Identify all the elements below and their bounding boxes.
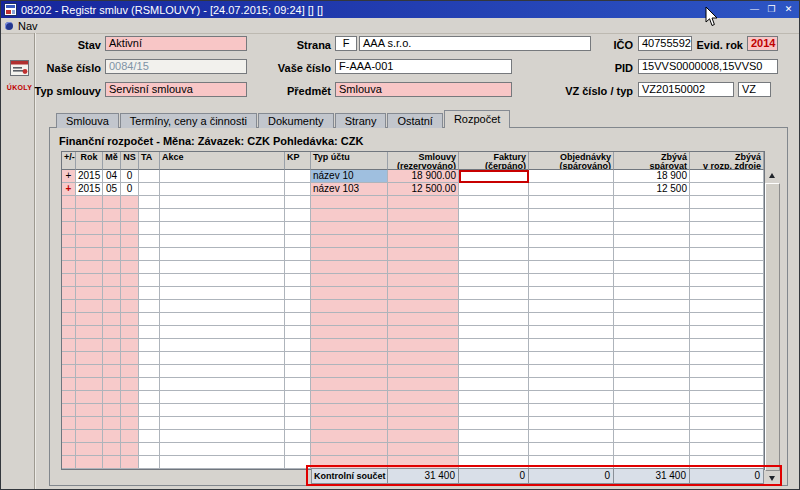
cell-rok[interactable]: 2015 <box>76 183 103 196</box>
cell-faktury[interactable] <box>459 430 529 443</box>
cell-typ[interactable] <box>311 365 388 378</box>
cell-kp[interactable] <box>285 274 311 287</box>
cell-ta[interactable] <box>139 417 160 430</box>
cell-akce[interactable] <box>160 352 285 365</box>
cell-ta[interactable] <box>139 170 160 183</box>
cell-ta[interactable] <box>139 352 160 365</box>
cell-rok[interactable] <box>76 287 103 300</box>
cell-pm[interactable] <box>62 352 76 365</box>
cell-faktury[interactable] <box>459 352 529 365</box>
cell-me[interactable] <box>103 456 121 469</box>
cell-zbyva_zdroje[interactable] <box>690 261 764 274</box>
cell-ta[interactable] <box>139 274 160 287</box>
cell-faktury[interactable] <box>459 391 529 404</box>
cell-faktury[interactable] <box>459 196 529 209</box>
cell-akce[interactable] <box>160 261 285 274</box>
cell-objednavky[interactable] <box>529 261 614 274</box>
cell-pm[interactable] <box>62 326 76 339</box>
cell-rok[interactable]: 2015 <box>76 170 103 183</box>
cell-faktury[interactable] <box>459 365 529 378</box>
cell-ta[interactable] <box>139 404 160 417</box>
cell-zbyva_zdroje[interactable] <box>690 274 764 287</box>
cell-akce[interactable] <box>160 235 285 248</box>
cell-typ[interactable] <box>311 417 388 430</box>
cell-ns[interactable] <box>121 352 139 365</box>
cell-faktury[interactable] <box>459 222 529 235</box>
cell-smlouvy[interactable] <box>388 404 459 417</box>
restore-button[interactable]: ❐ <box>764 3 779 16</box>
cell-zbyva_zdroje[interactable] <box>690 313 764 326</box>
cell-typ[interactable] <box>311 430 388 443</box>
cell-akce[interactable] <box>160 430 285 443</box>
cell-ta[interactable] <box>139 235 160 248</box>
cell-ns[interactable] <box>121 326 139 339</box>
cell-ta[interactable] <box>139 287 160 300</box>
typ-smlouvy-field[interactable]: Servisní smlouva <box>105 82 247 97</box>
cell-ns[interactable] <box>121 339 139 352</box>
cell-pm[interactable] <box>62 274 76 287</box>
cell-me[interactable] <box>103 235 121 248</box>
tab-rozpocet[interactable]: Rozpočet <box>444 110 510 128</box>
cell-faktury[interactable] <box>459 313 529 326</box>
cell-objednavky[interactable] <box>529 352 614 365</box>
scroll-up-button[interactable] <box>765 169 780 183</box>
cell-smlouvy[interactable] <box>388 261 459 274</box>
cell-faktury[interactable] <box>459 443 529 456</box>
cell-rok[interactable] <box>76 352 103 365</box>
close-button[interactable]: ✕ <box>781 3 796 16</box>
cell-faktury[interactable] <box>459 235 529 248</box>
cell-zbyva_sparovat[interactable] <box>614 430 690 443</box>
cell-zbyva_sparovat[interactable] <box>614 209 690 222</box>
cell-objednavky[interactable] <box>529 365 614 378</box>
cell-ns[interactable] <box>121 248 139 261</box>
cell-zbyva_zdroje[interactable] <box>690 248 764 261</box>
cell-me[interactable]: 04 <box>103 170 121 183</box>
cell-zbyva_sparovat[interactable] <box>614 196 690 209</box>
minimize-button[interactable]: — <box>747 3 762 16</box>
cell-ta[interactable] <box>139 248 160 261</box>
cell-kp[interactable] <box>285 443 311 456</box>
cell-smlouvy[interactable] <box>388 313 459 326</box>
cell-me[interactable] <box>103 326 121 339</box>
cell-smlouvy[interactable] <box>388 235 459 248</box>
cell-zbyva_zdroje[interactable] <box>690 235 764 248</box>
cell-pm[interactable] <box>62 365 76 378</box>
cell-faktury[interactable] <box>459 183 529 196</box>
cell-kp[interactable] <box>285 196 311 209</box>
strana-name-field[interactable]: AAA s.r.o. <box>359 36 591 51</box>
cell-akce[interactable] <box>160 209 285 222</box>
cell-zbyva_zdroje[interactable] <box>690 378 764 391</box>
cell-zbyva_sparovat[interactable] <box>614 261 690 274</box>
cell-faktury[interactable] <box>459 248 529 261</box>
cell-me[interactable] <box>103 339 121 352</box>
cell-ta[interactable] <box>139 196 160 209</box>
cell-zbyva_zdroje[interactable] <box>690 170 764 183</box>
cell-typ[interactable] <box>311 196 388 209</box>
cell-kp[interactable] <box>285 235 311 248</box>
cell-zbyva_zdroje[interactable] <box>690 287 764 300</box>
cell-objednavky[interactable] <box>529 248 614 261</box>
cell-smlouvy[interactable] <box>388 300 459 313</box>
cell-ta[interactable] <box>139 456 160 469</box>
cell-me[interactable] <box>103 430 121 443</box>
cell-pm[interactable] <box>62 261 76 274</box>
cell-zbyva_zdroje[interactable] <box>690 196 764 209</box>
cell-rok[interactable] <box>76 209 103 222</box>
cell-pm[interactable]: + <box>62 183 76 196</box>
cell-objednavky[interactable] <box>529 222 614 235</box>
cell-pm[interactable] <box>62 391 76 404</box>
tab-terminy[interactable]: Termíny, ceny a činnosti <box>120 113 257 128</box>
cell-objednavky[interactable] <box>529 313 614 326</box>
cell-ta[interactable] <box>139 443 160 456</box>
cell-akce[interactable] <box>160 391 285 404</box>
cell-zbyva_sparovat[interactable] <box>614 274 690 287</box>
cell-kp[interactable] <box>285 183 311 196</box>
cell-zbyva_sparovat[interactable]: 12 500 <box>614 183 690 196</box>
cell-pm[interactable] <box>62 404 76 417</box>
cell-ns[interactable] <box>121 222 139 235</box>
cell-smlouvy[interactable] <box>388 365 459 378</box>
cell-me[interactable] <box>103 209 121 222</box>
cell-zbyva_sparovat[interactable]: 18 900 <box>614 170 690 183</box>
tab-ostatni[interactable]: Ostatní <box>387 113 442 128</box>
cell-objednavky[interactable] <box>529 235 614 248</box>
